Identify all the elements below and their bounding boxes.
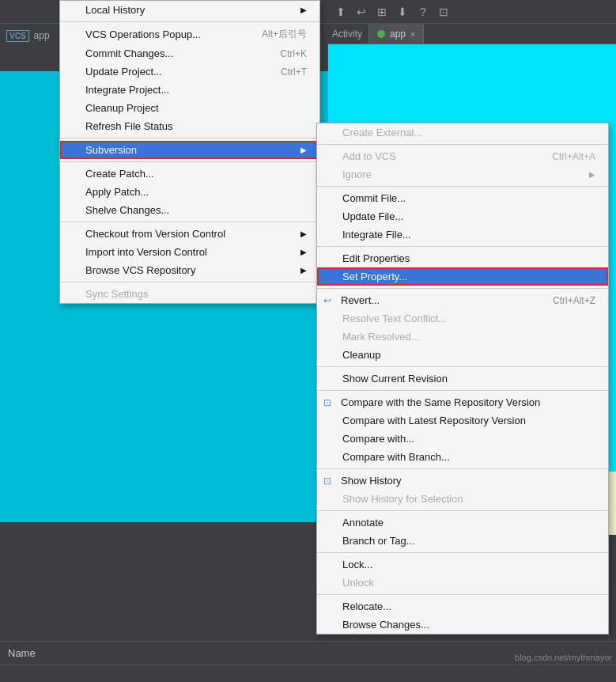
show-history-icon: ⊡ xyxy=(323,476,331,487)
menu-cleanup-project[interactable]: Cleanup Project xyxy=(60,99,319,117)
sub-sep-3 xyxy=(317,246,608,247)
show-revision-label: Show Current Revision xyxy=(342,373,448,385)
menu-create-patch[interactable]: Create Patch... xyxy=(60,165,319,183)
update-shortcut: Ctrl+T xyxy=(281,66,307,78)
sub-sep-2 xyxy=(317,186,608,187)
menu-revert[interactable]: ↩ Revert... Ctrl+Alt+Z xyxy=(317,291,608,309)
menu-show-history[interactable]: ⊡ Show History xyxy=(317,472,608,490)
menu-compare-branch[interactable]: Compare with Branch... xyxy=(317,448,608,466)
import-vcs-label: Import into Version Control xyxy=(85,246,207,258)
vcs-ops-shortcut: Alt+后引号 xyxy=(262,28,307,41)
menu-lock[interactable]: Lock... xyxy=(317,555,608,574)
menu-set-property[interactable]: Set Property... xyxy=(317,267,608,286)
menu-integrate-project[interactable]: Integrate Project... xyxy=(60,81,319,99)
activity-tab[interactable]: app × xyxy=(368,25,424,44)
toolbar-icon-4[interactable]: ⬇ xyxy=(394,3,411,21)
update-project-label: Update Project... xyxy=(85,66,162,78)
subversion-arrow: ▶ xyxy=(300,146,307,154)
sync-settings-label: Sync Settings xyxy=(85,288,149,300)
commit-file-label: Commit File... xyxy=(342,192,406,204)
menu-compare-same[interactable]: ⊡ Compare with the Same Repository Versi… xyxy=(317,393,608,411)
menu-show-revision[interactable]: Show Current Revision xyxy=(317,369,608,388)
menu-show-history-selection[interactable]: Show History for Selection xyxy=(317,490,608,508)
import-arrow: ▶ xyxy=(300,248,307,256)
unlock-label: Unlock xyxy=(342,577,374,589)
menu-browse-vcs[interactable]: Browse VCS Repository ▶ xyxy=(60,261,319,279)
ignore-arrow: ▶ xyxy=(589,170,595,179)
branch-tag-label: Branch or Tag... xyxy=(342,535,415,547)
name-bar-label: Name xyxy=(8,647,36,659)
menu-edit-properties[interactable]: Edit Properties xyxy=(317,249,608,267)
annotate-label: Annotate xyxy=(342,517,384,529)
menu-annotate[interactable]: Annotate xyxy=(317,513,608,532)
activity-label: Activity xyxy=(332,28,362,40)
cleanup-label: Cleanup xyxy=(342,349,380,361)
sub-sep-5 xyxy=(317,366,608,367)
menu-add-to-vcs[interactable]: Add to VCS Ctrl+Alt+A xyxy=(317,147,608,165)
subversion-menu[interactable]: Create External... Add to VCS Ctrl+Alt+A… xyxy=(316,123,609,635)
integrate-project-label: Integrate Project... xyxy=(85,84,169,96)
browse-changes-label: Browse Changes... xyxy=(342,619,429,631)
vcs-ops-label: VCS Operations Popup... xyxy=(85,28,201,40)
menu-apply-patch[interactable]: Apply Patch... xyxy=(60,183,319,201)
menu-import-vcs[interactable]: Import into Version Control ▶ xyxy=(60,243,319,261)
activity-tab-bar: Activity app × xyxy=(328,24,616,44)
lock-label: Lock... xyxy=(342,559,372,570)
menu-cleanup[interactable]: Cleanup xyxy=(317,346,608,364)
menu-commit-file[interactable]: Commit File... xyxy=(317,189,608,207)
menu-unlock[interactable]: Unlock xyxy=(317,574,608,592)
resolve-conflict-label: Resolve Text Conflict... xyxy=(342,313,447,324)
vcs-menu[interactable]: Local History ▶ VCS Operations Popup... … xyxy=(59,0,320,304)
compare-same-icon: ⊡ xyxy=(323,397,331,408)
menu-update-project[interactable]: Update Project... Ctrl+T xyxy=(60,63,319,81)
menu-compare-with[interactable]: Compare with... xyxy=(317,430,608,448)
menu-relocate[interactable]: Relocate... xyxy=(317,597,608,616)
toolbar-icon-1[interactable]: ⬆ xyxy=(332,3,350,21)
browse-vcs-label: Browse VCS Repository xyxy=(85,264,195,276)
separator-3 xyxy=(60,161,319,162)
sub-sep-4 xyxy=(317,288,608,289)
tab-close[interactable]: × xyxy=(410,29,415,39)
compare-latest-label: Compare with Latest Repository Version xyxy=(342,415,526,426)
menu-integrate-file[interactable]: Integrate File... xyxy=(317,225,608,244)
toolbar-icon-3[interactable]: ⊞ xyxy=(373,3,391,21)
menu-subversion[interactable]: Subversion ▶ xyxy=(60,141,319,159)
revert-label: Revert... xyxy=(341,294,380,306)
separator-5 xyxy=(60,282,319,282)
sub-sep-6 xyxy=(317,390,608,391)
sub-sep-8 xyxy=(317,510,608,511)
menu-checkout[interactable]: Checkout from Version Control ▶ xyxy=(60,225,319,243)
menu-refresh-status[interactable]: Refresh File Status xyxy=(60,117,319,135)
menu-vcs-ops[interactable]: VCS Operations Popup... Alt+后引号 xyxy=(60,25,319,44)
menu-sync-settings[interactable]: Sync Settings xyxy=(60,285,319,303)
menu-create-external[interactable]: Create External... xyxy=(317,123,608,142)
commit-changes-label: Commit Changes... xyxy=(85,47,173,59)
create-external-label: Create External... xyxy=(342,127,422,138)
toolbar-icon-5[interactable]: ? xyxy=(414,3,432,21)
separator-1 xyxy=(60,21,319,22)
menu-browse-changes[interactable]: Browse Changes... xyxy=(317,616,608,634)
relocate-label: Relocate... xyxy=(342,601,391,612)
menu-resolve-conflict[interactable]: Resolve Text Conflict... xyxy=(317,309,608,328)
menu-ignore[interactable]: Ignore ▶ xyxy=(317,165,608,184)
toolbar-icon-6[interactable]: ⊡ xyxy=(435,3,452,21)
compare-with-label: Compare with... xyxy=(342,433,414,445)
set-property-label: Set Property... xyxy=(342,271,407,282)
show-history-label: Show History xyxy=(341,475,402,487)
menu-update-file[interactable]: Update File... xyxy=(317,207,608,225)
compare-same-label: Compare with the Same Repository Version xyxy=(341,396,540,408)
sub-sep-1 xyxy=(317,144,608,145)
commit-shortcut: Ctrl+K xyxy=(280,48,307,59)
revert-shortcut: Ctrl+Alt+Z xyxy=(553,295,595,306)
tab-label: app xyxy=(390,28,406,40)
menu-mark-resolved[interactable]: Mark Resolved... xyxy=(317,328,608,346)
separator-2 xyxy=(60,138,319,138)
toolbar-icon-2[interactable]: ↩ xyxy=(353,3,370,21)
menu-shelve-changes[interactable]: Shelve Changes... xyxy=(60,201,319,219)
menu-compare-latest[interactable]: Compare with Latest Repository Version xyxy=(317,411,608,430)
left-panel-title: app xyxy=(34,30,50,41)
menu-local-history[interactable]: Local History ▶ xyxy=(60,1,319,19)
menu-commit-changes[interactable]: Commit Changes... Ctrl+K xyxy=(60,44,319,63)
menu-branch-tag[interactable]: Branch or Tag... xyxy=(317,532,608,550)
add-to-vcs-label: Add to VCS xyxy=(342,150,396,162)
